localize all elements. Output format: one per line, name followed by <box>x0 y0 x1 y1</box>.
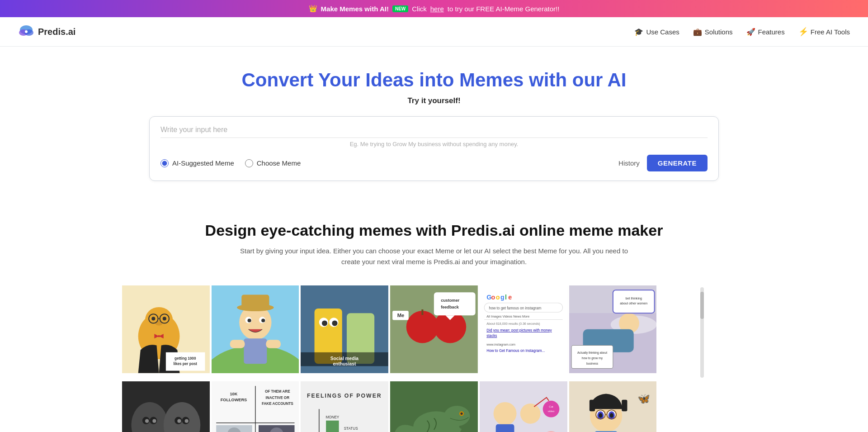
generate-button[interactable]: GENERATE <box>647 155 708 171</box>
nav-links: 🎓 Use Cases 💼 Solutions 🚀 Features ⚡ Fre… <box>634 27 850 37</box>
meme-cell-2-3[interactable]: FEELINGS OF POWER MONEY STATUS ... Choos… <box>301 381 388 432</box>
svg-text:INACTIVE OR: INACTIVE OR <box>265 396 289 400</box>
svg-text:About 618,000 results (0.36 se: About 618,000 results (0.36 seconds) <box>486 322 540 326</box>
meme-cell-1-6[interactable]: bet thinking about other women Actually … <box>569 285 657 373</box>
nav-use-cases[interactable]: 🎓 Use Cases <box>634 28 679 36</box>
meme-image-5: G o o g l e how to get famous on instagr… <box>480 285 567 373</box>
svg-rect-14 <box>158 335 160 337</box>
svg-text:bet thinking: bet thinking <box>625 297 642 300</box>
features-icon: 🚀 <box>746 28 755 36</box>
section-title-area: Design eye-catching memes with Predis.ai… <box>0 195 868 276</box>
meme-cell-1-5[interactable]: G o o g l e how to get famous on instagr… <box>480 285 567 373</box>
svg-text:o: o <box>491 294 495 301</box>
svg-point-132 <box>520 404 541 424</box>
svg-rect-129 <box>496 424 514 432</box>
crown-icon: 👑 <box>309 5 317 13</box>
nav-free-ai[interactable]: ⚡ Free AI Tools <box>798 27 850 37</box>
meme-cell-1-2[interactable] <box>212 285 299 373</box>
meme-image-12: 🦋 IS THIS INSTAGRAM MARKETING? BUSINESS <box>569 381 657 432</box>
svg-text:g: g <box>500 294 505 301</box>
svg-point-133 <box>543 401 560 418</box>
meme-cell-1-4[interactable]: customer feedback Me <box>390 285 478 373</box>
banner-bold-text: Make Memes with AI! <box>321 5 389 13</box>
meme-cell-1-1[interactable]: getting 1000 likes per post <box>122 285 210 373</box>
radio-choose-text: Choose Meme <box>257 159 301 167</box>
svg-text:MONEY: MONEY <box>326 415 340 419</box>
logo-icon <box>18 24 34 40</box>
svg-text:All  Images  Videos  News  Mor: All Images Videos News More <box>486 315 529 318</box>
scrollbar-thumb[interactable] <box>700 292 704 319</box>
nav-features[interactable]: 🚀 Features <box>746 28 785 36</box>
svg-text:OF THEM ARE: OF THEM ARE <box>265 389 290 394</box>
svg-rect-48 <box>421 309 423 315</box>
radio-ai-text: AI-Suggested Meme <box>172 159 234 167</box>
radio-ai[interactable] <box>160 159 169 167</box>
meme-image-10 <box>390 381 478 432</box>
example-text: Eg. Me trying to Grow My business withou… <box>160 141 708 147</box>
banner-link[interactable]: here <box>430 5 444 13</box>
banner-end-text: to try our FREE AI-Meme Generator!! <box>448 5 560 13</box>
meme-cell-1-3[interactable]: Social media enthusiast <box>301 285 388 373</box>
input-controls: AI-Suggested Meme Choose Meme History GE… <box>160 155 708 171</box>
svg-rect-151 <box>589 400 594 411</box>
svg-point-28 <box>261 318 265 322</box>
meme-cell-2-4[interactable] <box>390 381 478 432</box>
meme-image-8: 10K FOLLOWERS OF THEM ARE INACTIVE OR FA… <box>212 381 299 432</box>
svg-point-10 <box>163 317 166 320</box>
svg-point-90 <box>152 419 156 423</box>
meme-input[interactable] <box>160 126 708 138</box>
svg-point-146 <box>599 413 602 418</box>
meme-image-6: bet thinking about other women Actually … <box>569 285 657 373</box>
svg-point-89 <box>145 419 149 423</box>
navbar: Predis.ai 🎓 Use Cases 💼 Solutions 🚀 Feat… <box>0 17 868 47</box>
svg-text:How to Get Famous on Instagram: How to Get Famous on Instagram... <box>486 349 545 353</box>
meme-cell-2-5[interactable]: Marketing team Cat video Viral marketing <box>480 381 567 432</box>
svg-point-40 <box>322 320 327 326</box>
new-badge: NEW <box>392 5 408 12</box>
svg-text:Me: Me <box>397 313 405 318</box>
svg-point-128 <box>493 402 516 425</box>
nav-solutions[interactable]: 💼 Solutions <box>693 28 733 36</box>
nav-features-label: Features <box>758 28 785 36</box>
meme-image-9: FEELINGS OF POWER MONEY STATUS ... Choos… <box>301 381 388 432</box>
svg-point-41 <box>332 320 338 326</box>
nav-solutions-label: Solutions <box>705 28 733 36</box>
svg-point-9 <box>151 317 155 320</box>
logo-text: Predis.ai <box>38 27 75 37</box>
radio-choose-label[interactable]: Choose Meme <box>245 159 301 167</box>
meme-cell-2-1[interactable] <box>122 381 210 432</box>
svg-text:STATUS: STATUS <box>344 427 358 431</box>
logo[interactable]: Predis.ai <box>18 24 75 40</box>
meme-image-3: Social media enthusiast <box>301 285 388 373</box>
svg-text:business: business <box>586 362 598 365</box>
use-cases-icon: 🎓 <box>634 28 643 36</box>
nav-free-ai-label: Free AI Tools <box>811 28 850 36</box>
meme-cell-2-6[interactable]: 🦋 IS THIS INSTAGRAM MARKETING? BUSINESS <box>569 381 657 432</box>
hero-title: Convert Your Ideas into Memes with our A… <box>9 69 859 91</box>
svg-rect-50 <box>434 292 476 315</box>
svg-rect-31 <box>244 338 267 364</box>
radio-ai-label[interactable]: AI-Suggested Meme <box>160 159 234 167</box>
svg-text:likes per post: likes per post <box>173 362 197 366</box>
svg-point-122 <box>444 406 470 426</box>
svg-text:FOLLOWERS: FOLLOWERS <box>220 398 246 402</box>
svg-text:e: e <box>508 294 512 301</box>
svg-text:FEELINGS OF POWER: FEELINGS OF POWER <box>307 393 382 399</box>
svg-text:Cat: Cat <box>549 405 553 408</box>
meme-cell-2-2[interactable]: 10K FOLLOWERS OF THEM ARE INACTIVE OR FA… <box>212 381 299 432</box>
radio-group: AI-Suggested Meme Choose Meme <box>160 159 301 167</box>
svg-text:www.instagram.com: www.instagram.com <box>486 343 515 347</box>
svg-text:Social media: Social media <box>330 356 359 361</box>
svg-rect-30 <box>241 294 269 309</box>
meme-image-11: Marketing team Cat video Viral marketing <box>480 381 567 432</box>
input-box: Eg. Me trying to Grow My business withou… <box>149 116 719 181</box>
svg-rect-32 <box>230 340 245 348</box>
svg-rect-152 <box>622 400 627 411</box>
history-button[interactable]: History <box>618 159 640 167</box>
section-title: Design eye-catching memes with Predis.ai… <box>9 222 859 239</box>
meme-image-4: customer feedback Me <box>390 285 478 373</box>
svg-text:stacks: stacks <box>486 334 497 338</box>
scrollbar-track[interactable] <box>700 287 704 378</box>
radio-choose[interactable] <box>245 159 253 167</box>
lightning-icon: ⚡ <box>798 27 808 37</box>
